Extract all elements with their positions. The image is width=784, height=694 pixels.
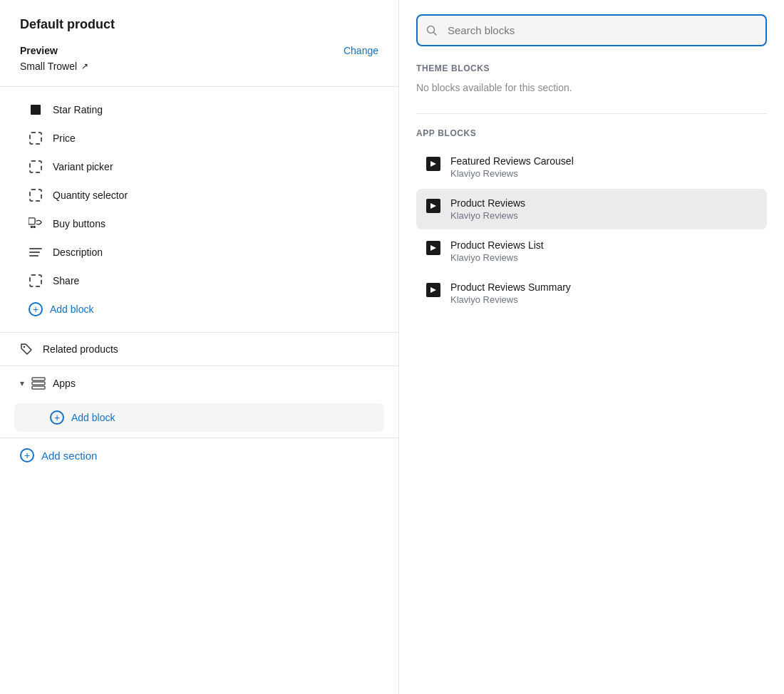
add-block-apps-button[interactable]: Add block [14,403,384,432]
circle-plus-apps-icon [50,410,64,425]
svg-rect-0 [29,218,35,224]
quantity-selector-icon [29,188,43,202]
block-item-description[interactable]: Description [0,238,398,266]
apps-icon [31,376,46,390]
left-panel: Default product Preview Change Small Tro… [0,0,399,694]
theme-blocks-heading: THEME BLOCKS [416,63,767,73]
svg-marker-11 [430,245,436,251]
no-blocks-text: No blocks available for this section. [416,82,767,93]
app-block-name-reviews-list: Product Reviews List [450,239,757,251]
divider [416,113,767,114]
header-section: Default product Preview Change Small Tro… [0,0,398,87]
svg-marker-10 [430,203,436,209]
block-item-star-rating[interactable]: Star Rating [0,95,398,124]
block-item-share[interactable]: Share [0,266,398,295]
svg-rect-4 [32,378,45,380]
buy-buttons-icon [29,217,43,231]
circle-plus-section-icon [20,448,34,462]
preview-value: Small Trowel ↗ [20,61,378,72]
related-products-section: Related products [0,332,398,366]
svg-marker-9 [430,161,436,167]
apps-header[interactable]: ▾ Apps [0,366,398,400]
price-icon [29,131,43,145]
app-block-icon-reviews [426,199,440,213]
description-icon [29,245,43,259]
block-item-buy-buttons[interactable]: Buy buttons [0,209,398,238]
svg-rect-5 [32,382,45,385]
circle-plus-icon [29,302,43,316]
svg-point-3 [24,346,25,348]
app-block-reviews-list[interactable]: Product Reviews List Klaviyo Reviews [416,231,767,271]
default-product-title: Default product [20,17,378,32]
app-block-icon-reviews-list [426,241,440,255]
block-item-variant-picker[interactable]: Variant picker [0,152,398,181]
share-icon [29,274,43,288]
svg-rect-6 [32,386,45,389]
chevron-down-icon: ▾ [20,378,24,388]
related-products-item[interactable]: Related products [0,333,398,366]
app-block-name-reviews: Product Reviews [450,197,757,209]
block-item-price[interactable]: Price [0,124,398,152]
svg-marker-12 [430,287,436,293]
add-block-button[interactable]: Add block [0,295,398,323]
change-link[interactable]: Change [344,45,378,56]
app-block-icon-featured [426,157,440,171]
preview-row: Preview Change [20,45,378,56]
app-block-sub-reviews-summary: Klaviyo Reviews [450,294,757,305]
right-panel: THEME BLOCKS No blocks available for thi… [399,0,784,694]
search-input[interactable] [416,14,767,46]
search-wrapper [416,14,767,46]
apps-section: ▾ Apps Add block [0,366,398,432]
svg-point-1 [31,226,33,229]
app-block-sub-featured: Klaviyo Reviews [450,168,757,179]
search-icon [426,25,438,36]
app-blocks-heading: APP BLOCKS [416,128,767,138]
app-block-featured-reviews[interactable]: Featured Reviews Carousel Klaviyo Review… [416,147,767,187]
app-block-sub-reviews: Klaviyo Reviews [450,210,757,221]
block-item-quantity-selector[interactable]: Quantity selector [0,181,398,209]
app-block-reviews-summary[interactable]: Product Reviews Summary Klaviyo Reviews [416,273,767,314]
app-block-name-reviews-summary: Product Reviews Summary [450,281,757,293]
block-list: Star Rating Price Variant picker Quantit… [0,87,398,332]
preview-label: Preview [20,45,58,56]
app-block-icon-reviews-summary [426,283,440,297]
app-block-product-reviews[interactable]: Product Reviews Klaviyo Reviews [416,189,767,229]
star-rating-icon [29,103,43,117]
app-block-name-featured: Featured Reviews Carousel [450,155,757,167]
variant-picker-icon [29,160,43,174]
add-section-button[interactable]: Add section [0,437,398,472]
svg-point-2 [33,226,36,229]
tag-icon [20,343,33,356]
app-block-sub-reviews-list: Klaviyo Reviews [450,252,757,263]
svg-line-8 [434,32,437,35]
external-link-icon: ↗ [81,61,88,71]
